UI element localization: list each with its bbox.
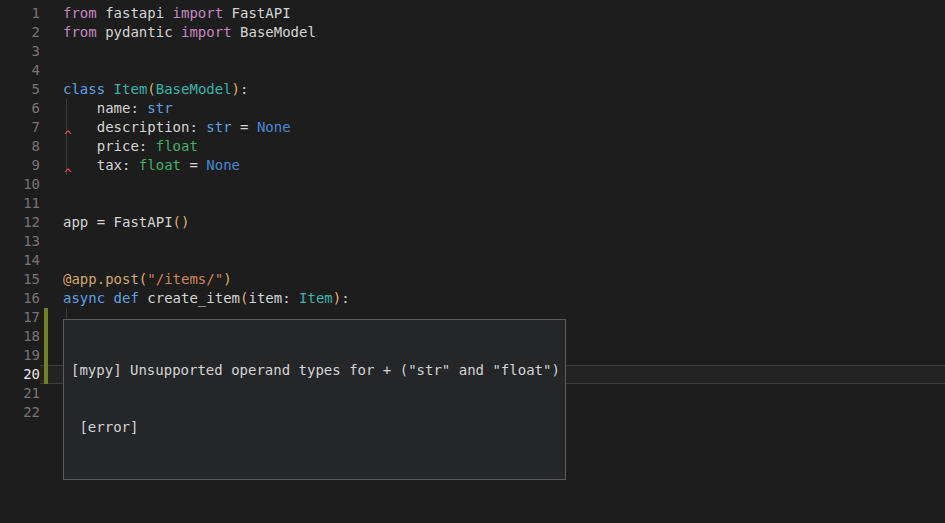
code-token: from [63,5,97,21]
code-line[interactable]: 1from fastapi import FastAPI [0,4,945,23]
code-token: = [232,119,257,135]
code-token: "/items/" [147,271,223,287]
sign-column [40,327,63,346]
sign-column [40,289,63,308]
code-token: None [257,119,291,135]
code-token: async def [63,290,139,306]
line-number: 13 [0,232,40,251]
code-token [105,81,113,97]
sign-column [40,4,63,23]
code-text [63,175,945,194]
code-text: name: str [63,99,945,118]
sign-column [40,270,63,289]
sign-column [40,156,63,175]
code-text: ^ description: str = None [63,118,945,137]
code-line[interactable]: 12app = FastAPI() [0,213,945,232]
code-text: from fastapi import FastAPI [63,4,945,23]
code-token: float [139,157,181,173]
line-number: 2 [0,23,40,42]
code-line[interactable]: 2from pydantic import BaseModel [0,23,945,42]
line-number: 20 [0,365,40,384]
code-text [63,194,945,213]
line-number: 22 [0,403,40,422]
code-line[interactable]: 3 [0,42,945,61]
line-number: 5 [0,80,40,99]
line-number: 12 [0,213,40,232]
indent-guide [66,99,67,118]
code-token: : [240,81,248,97]
code-line[interactable]: 16async def create_item(item: Item): [0,289,945,308]
git-added-sign [44,365,48,384]
code-line[interactable]: 7^ description: str = None [0,118,945,137]
code-text: price: float [63,137,945,156]
code-text [63,232,945,251]
code-token: ) [232,81,240,97]
code-token: FastAPI [223,5,290,21]
sign-column [40,175,63,194]
code-token: app = FastAPI [63,214,173,230]
code-text: class Item(BaseModel): [63,80,945,99]
sign-column [40,61,63,80]
code-token: from [63,24,97,40]
code-text: from pydantic import BaseModel [63,23,945,42]
diagnostic-caret-icon: ^ [64,164,72,183]
code-token: name: [63,100,147,116]
code-text: app = FastAPI() [63,213,945,232]
line-number: 6 [0,99,40,118]
line-number: 17 [0,308,40,327]
sign-column [40,213,63,232]
code-token: : [341,290,349,306]
diagnostic-severity: [error] [71,418,559,437]
git-added-sign [44,308,48,327]
code-token: description: [63,119,206,135]
code-text: async def create_item(item: Item): [63,289,945,308]
code-editor[interactable]: 1from fastapi import FastAPI2from pydant… [0,0,945,523]
diagnostic-tooltip: [mypy] Unsupported operand types for + (… [63,319,566,480]
code-token: price: [63,138,156,154]
code-token: () [173,214,190,230]
line-number: 8 [0,137,40,156]
sign-column [40,346,63,365]
sign-column [40,137,63,156]
code-token: class [63,81,105,97]
code-line[interactable]: 11 [0,194,945,213]
code-line[interactable]: 8 price: float [0,137,945,156]
sign-column [40,42,63,61]
sign-column [40,403,63,422]
line-number: 19 [0,346,40,365]
line-number: 4 [0,61,40,80]
sign-column [40,99,63,118]
code-token: ( [147,81,155,97]
sign-column [40,308,63,327]
sign-column [40,118,63,137]
line-number: 10 [0,175,40,194]
sign-column [40,384,63,403]
line-number: 1 [0,4,40,23]
sign-column [40,251,63,270]
git-added-sign [44,346,48,365]
sign-column [40,232,63,251]
code-token: import [173,5,224,21]
code-line[interactable]: 5class Item(BaseModel): [0,80,945,99]
code-token: Item [114,81,148,97]
code-line[interactable]: 10 [0,175,945,194]
code-line[interactable]: 15@app.post("/items/") [0,270,945,289]
code-line[interactable]: 14 [0,251,945,270]
code-token: tax: [63,157,139,173]
line-number: 15 [0,270,40,289]
code-line[interactable]: 13 [0,232,945,251]
code-token: import [181,24,232,40]
code-token: item: [248,290,299,306]
code-line[interactable]: 6 name: str [0,99,945,118]
code-line[interactable]: 4 [0,61,945,80]
line-number: 9 [0,156,40,175]
git-added-sign [44,327,48,346]
line-number: 7 [0,118,40,137]
sign-column [40,80,63,99]
code-line[interactable]: 9^ tax: float = None [0,156,945,175]
line-number: 21 [0,384,40,403]
code-token: @app.post [63,271,139,287]
line-number: 18 [0,327,40,346]
sign-column [40,365,63,384]
line-number: 16 [0,289,40,308]
